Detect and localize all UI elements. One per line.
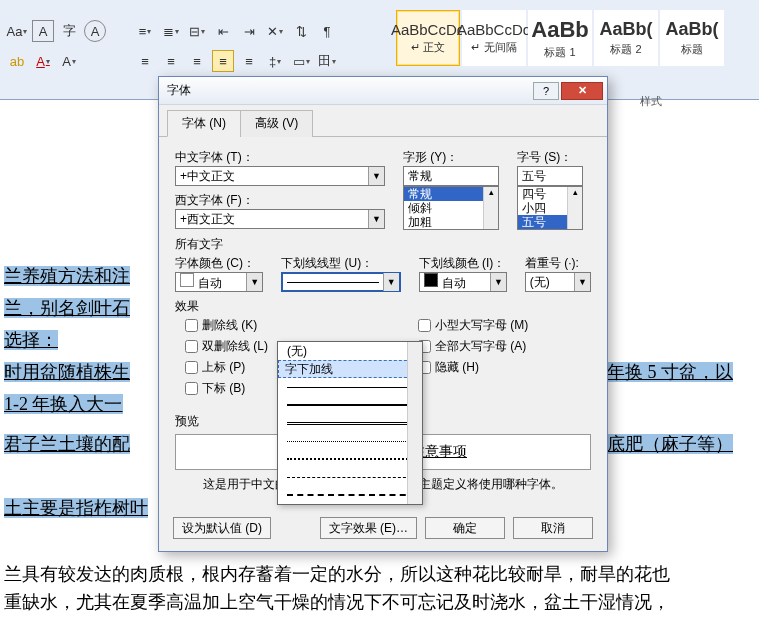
chk-hidden[interactable]: 隐藏 (H) [418,359,528,376]
ul-opt-words[interactable]: 字下加线 [278,360,422,378]
chevron-down-icon[interactable]: ▼ [368,167,384,185]
change-case-icon[interactable]: Aa▾ [6,20,28,42]
multilevel-icon[interactable]: ⊟▾ [186,20,208,42]
cn-font-combo[interactable]: +中文正文 ▼ [175,166,385,186]
align-center-icon[interactable]: ≡ [160,50,182,72]
shading-icon[interactable]: ▭▾ [290,50,312,72]
underline-style-combo[interactable]: ▼ [281,272,400,292]
style-input[interactable]: 常规 [403,166,499,186]
size-input[interactable]: 五号 [517,166,583,186]
highlight-icon[interactable]: ab [6,50,28,72]
chevron-down-icon[interactable]: ▼ [490,273,506,291]
dialog-tabs: 字体 (N) 高级 (V) [159,105,607,137]
label-font-color: 字体颜色 (C)： [175,255,263,272]
asian-layout-icon[interactable]: ✕▾ [264,20,286,42]
chk-strike[interactable]: 删除线 (K) [185,317,268,334]
tab-font[interactable]: 字体 (N) [167,110,241,137]
align-justify-icon[interactable]: ≡ [212,50,234,72]
cancel-button[interactable]: 取消 [513,517,593,539]
chevron-down-icon[interactable]: ▼ [368,210,384,228]
text-effects-button[interactable]: 文字效果 (E)… [320,517,417,539]
ok-button[interactable]: 确定 [425,517,505,539]
styles-gallery[interactable]: AaBbCcDd ↵ 正文 AaBbCcDd ↵ 无间隔 AaBb 标题 1 A… [396,10,724,66]
style-item-normal[interactable]: AaBbCcDd ↵ 正文 [396,10,460,66]
ul-opt-double[interactable] [278,414,422,432]
dialog-buttons: 设为默认值 (D) 文字效果 (E)… 确定 取消 [159,509,607,551]
char-shading-icon[interactable]: 字 [58,20,80,42]
label-size: 字号 (S)： [517,149,583,166]
sort-icon[interactable]: ⇅ [290,20,312,42]
ul-opt-none[interactable]: (无) [278,342,422,360]
ribbon-group-styles-label: 样式 [640,94,662,109]
style-item-h2[interactable]: AaBb( 标题 2 [594,10,658,66]
char-fill-icon[interactable]: A▾ [58,50,80,72]
label-effects: 效果 [175,298,591,315]
close-button[interactable]: ✕ [561,82,603,100]
style-item-nospacing[interactable]: AaBbCcDd ↵ 无间隔 [462,10,526,66]
numbering-icon[interactable]: ≣▾ [160,20,182,42]
ul-opt-dash-thick[interactable] [278,486,422,504]
emphasis-combo[interactable]: (无) ▼ [525,272,591,292]
indent-inc-icon[interactable]: ⇥ [238,20,260,42]
font-color-icon[interactable]: A▾ [32,50,54,72]
label-all-text: 所有文字 [175,236,591,253]
distribute-icon[interactable]: ≡ [238,50,260,72]
ul-opt-dash[interactable] [278,468,422,486]
west-font-combo[interactable]: +西文正文 ▼ [175,209,385,229]
label-underline-style: 下划线线型 (U)： [281,255,400,272]
tab-advanced[interactable]: 高级 (V) [240,110,313,137]
chk-dblstrike[interactable]: 双删除线 (L) [185,338,268,355]
scrollbar[interactable] [407,342,422,504]
ul-opt-dot[interactable] [278,432,422,450]
char-border-icon[interactable]: A [32,20,54,42]
scrollbar[interactable]: ▴ [483,187,498,229]
chk-superscript[interactable]: 上标 (P) [185,359,268,376]
underline-color-combo[interactable]: 自动 ▼ [419,272,507,292]
chk-smallcaps[interactable]: 小型大写字母 (M) [418,317,528,334]
label-cn-font: 中文字体 (T)： [175,149,385,166]
label-underline-color: 下划线颜色 (I)： [419,255,507,272]
chk-allcaps[interactable]: 全部大写字母 (A) [418,338,528,355]
chk-subscript[interactable]: 下标 (B) [185,380,268,397]
underline-style-popup[interactable]: (无) 字下加线 [277,341,423,505]
line-spacing-icon[interactable]: ‡▾ [264,50,286,72]
dialog-titlebar[interactable]: 字体 ? ✕ [159,77,607,105]
effects-left: 删除线 (K) 双删除线 (L) 上标 (P) 下标 (B) [185,317,268,397]
label-emphasis: 着重号 (·): [525,255,591,272]
label-style: 字形 (Y)： [403,149,499,166]
help-button[interactable]: ? [533,82,559,100]
align-right-icon[interactable]: ≡ [186,50,208,72]
font-color-combo[interactable]: 自动 ▼ [175,272,263,292]
bullets-icon[interactable]: ≡▾ [134,20,156,42]
style-item-h1[interactable]: AaBb 标题 1 [528,10,592,66]
chevron-down-icon[interactable]: ▼ [383,273,399,291]
borders-icon[interactable]: 田▾ [316,50,338,72]
ul-opt-thick[interactable] [278,396,422,414]
enclose-icon[interactable]: A [84,20,106,42]
ul-opt-single[interactable] [278,378,422,396]
align-left-icon[interactable]: ≡ [134,50,156,72]
set-default-button[interactable]: 设为默认值 (D) [173,517,271,539]
style-listbox[interactable]: 常规 倾斜 加粗 ▴ [403,186,499,230]
chevron-down-icon[interactable]: ▼ [574,273,590,291]
font-dialog: 字体 ? ✕ 字体 (N) 高级 (V) 中文字体 (T)： +中文正文 ▼ 西… [158,76,608,552]
ul-opt-dot-thick[interactable] [278,450,422,468]
indent-dec-icon[interactable]: ⇤ [212,20,234,42]
scrollbar[interactable]: ▴ [567,187,582,229]
style-item-title[interactable]: AaBb( 标题 [660,10,724,66]
effects-right: 小型大写字母 (M) 全部大写字母 (A) 隐藏 (H) [418,317,528,397]
show-marks-icon[interactable]: ¶ [316,20,338,42]
dialog-title: 字体 [167,82,531,99]
chevron-down-icon[interactable]: ▼ [246,273,262,291]
size-listbox[interactable]: 四号 小四 五号 ▴ [517,186,583,230]
label-west-font: 西文字体 (F)： [175,192,385,209]
